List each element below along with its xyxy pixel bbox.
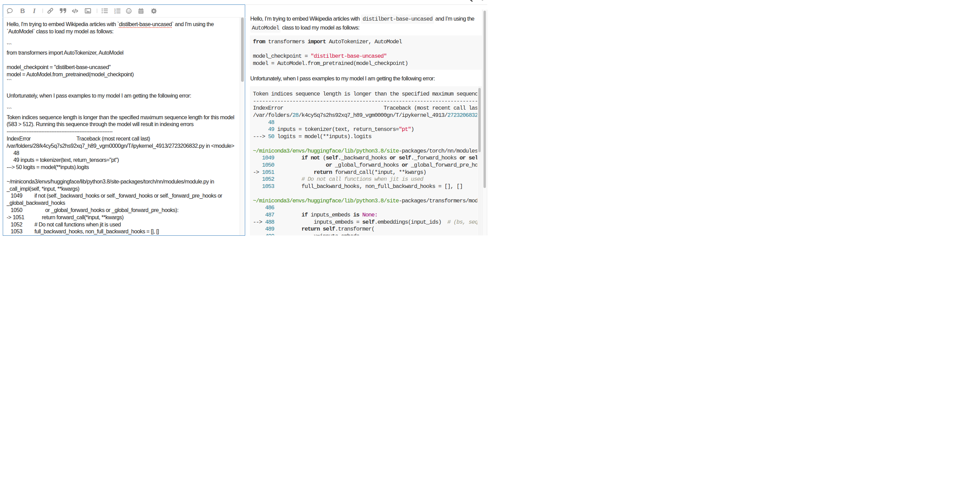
svg-text:3: 3 [115,12,116,14]
